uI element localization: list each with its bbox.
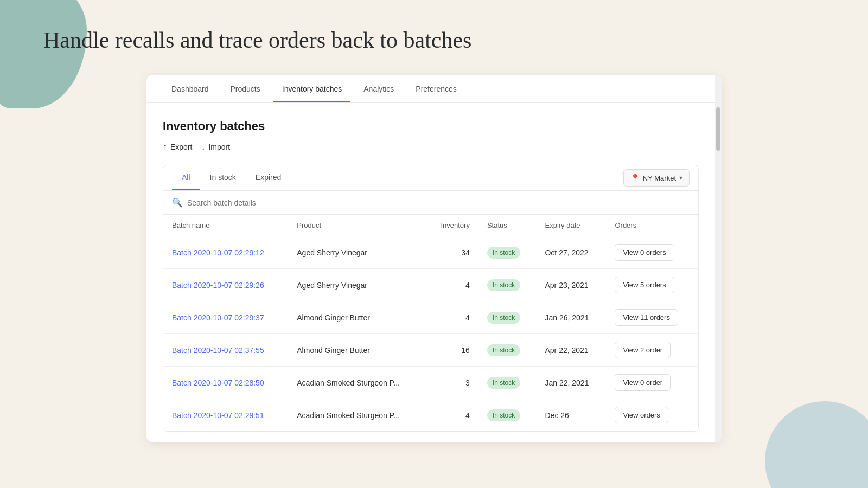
cell-inventory: 3 (425, 367, 478, 399)
status-badge: In stock (487, 344, 520, 356)
cell-expiry: Dec 26 (536, 399, 606, 432)
cell-product: Almond Ginger Butter (288, 334, 425, 367)
batch-link[interactable]: Batch 2020-10-07 02:28:50 (172, 378, 264, 387)
nav-tabs: DashboardProductsInventory batchesAnalyt… (146, 75, 722, 103)
cell-status: In stock (478, 334, 537, 367)
filter-tabs-left: All In stock Expired (172, 165, 291, 190)
location-filter[interactable]: 📍 NY Market ▾ (623, 169, 690, 187)
location-icon: 📍 (630, 174, 640, 182)
cell-product: Aged Sherry Vinegar (288, 236, 425, 269)
cell-inventory: 4 (425, 301, 478, 334)
search-icon: 🔍 (172, 197, 183, 208)
cell-product: Aged Sherry Vinegar (288, 269, 425, 301)
batch-link[interactable]: Batch 2020-10-07 02:29:51 (172, 411, 264, 420)
filter-tabs-row: All In stock Expired 📍 NY Market ▾ (163, 165, 698, 191)
table-header-row: Batch name Product Inventory Status Expi… (163, 215, 698, 236)
cell-orders: View 0 orders (606, 236, 698, 269)
table-row: Batch 2020-10-07 02:28:50 Acadian Smoked… (163, 367, 698, 399)
cell-inventory: 4 (425, 399, 478, 432)
view-orders-button[interactable]: View 0 order (615, 374, 671, 391)
nav-tab-dashboard[interactable]: Dashboard (163, 75, 218, 102)
import-icon: ↓ (201, 142, 205, 152)
nav-tab-preferences[interactable]: Preferences (407, 75, 465, 102)
scrollbar[interactable] (715, 75, 722, 442)
filter-section: All In stock Expired 📍 NY Market ▾ 🔍 (163, 165, 699, 432)
table-row: Batch 2020-10-07 02:29:26 Aged Sherry Vi… (163, 269, 698, 301)
cell-expiry: Jan 22, 2021 (536, 367, 606, 399)
cell-batch-name: Batch 2020-10-07 02:28:50 (163, 367, 288, 399)
cell-expiry: Apr 23, 2021 (536, 269, 606, 301)
view-orders-button[interactable]: View orders (615, 407, 668, 423)
table-row: Batch 2020-10-07 02:37:55 Almond Ginger … (163, 334, 698, 367)
status-badge: In stock (487, 247, 520, 259)
view-orders-button[interactable]: View 11 orders (615, 309, 678, 326)
cell-status: In stock (478, 367, 537, 399)
cell-orders: View 11 orders (606, 301, 698, 334)
table-row: Batch 2020-10-07 02:29:51 Acadian Smoked… (163, 399, 698, 432)
cell-orders: View 0 order (606, 367, 698, 399)
cell-status: In stock (478, 269, 537, 301)
col-header-product: Product (288, 215, 425, 236)
export-label: Export (170, 143, 192, 151)
cell-batch-name: Batch 2020-10-07 02:29:12 (163, 236, 288, 269)
action-buttons: ↑ Export ↓ Import (163, 142, 699, 152)
section-title: Inventory batches (163, 119, 699, 133)
page-heading: Handle recalls and trace orders back to … (43, 27, 825, 53)
cell-orders: View 2 order (606, 334, 698, 367)
col-header-expiry: Expiry date (536, 215, 606, 236)
filter-tab-expired[interactable]: Expired (246, 165, 291, 190)
batch-link[interactable]: Batch 2020-10-07 02:29:26 (172, 281, 264, 290)
cell-inventory: 16 (425, 334, 478, 367)
col-header-orders: Orders (606, 215, 698, 236)
filter-tab-instock[interactable]: In stock (200, 165, 246, 190)
cell-batch-name: Batch 2020-10-07 02:29:37 (163, 301, 288, 334)
export-button[interactable]: ↑ Export (163, 142, 192, 152)
cell-orders: View orders (606, 399, 698, 432)
batch-link[interactable]: Batch 2020-10-07 02:37:55 (172, 346, 264, 355)
status-badge: In stock (487, 279, 520, 291)
status-badge: In stock (487, 377, 520, 389)
cell-batch-name: Batch 2020-10-07 02:37:55 (163, 334, 288, 367)
content-area: Inventory batches ↑ Export ↓ Import All … (146, 103, 722, 442)
col-header-status: Status (478, 215, 537, 236)
cell-product: Almond Ginger Butter (288, 301, 425, 334)
search-input-wrapper: 🔍 (172, 197, 690, 208)
col-header-batch-name: Batch name (163, 215, 288, 236)
search-container: 🔍 (163, 191, 698, 215)
chevron-down-icon: ▾ (679, 174, 682, 182)
cell-status: In stock (478, 301, 537, 334)
main-card: DashboardProductsInventory batchesAnalyt… (146, 75, 722, 442)
nav-tab-inventory-batches[interactable]: Inventory batches (273, 75, 351, 102)
filter-tab-all[interactable]: All (172, 165, 200, 190)
batch-link[interactable]: Batch 2020-10-07 02:29:37 (172, 313, 264, 322)
cell-expiry: Oct 27, 2022 (536, 236, 606, 269)
cell-product: Acadian Smoked Sturgeon P... (288, 367, 425, 399)
cell-inventory: 34 (425, 236, 478, 269)
location-label: NY Market (643, 174, 676, 182)
batch-link[interactable]: Batch 2020-10-07 02:29:12 (172, 248, 264, 257)
nav-tab-products[interactable]: Products (222, 75, 269, 102)
import-label: Import (208, 143, 230, 151)
cell-batch-name: Batch 2020-10-07 02:29:26 (163, 269, 288, 301)
view-orders-button[interactable]: View 5 orders (615, 277, 674, 293)
nav-tab-analytics[interactable]: Analytics (355, 75, 403, 102)
scrollbar-thumb[interactable] (716, 107, 720, 151)
cell-status: In stock (478, 399, 537, 432)
batch-table: Batch name Product Inventory Status Expi… (163, 215, 698, 431)
cell-expiry: Apr 22, 2021 (536, 334, 606, 367)
cell-inventory: 4 (425, 269, 478, 301)
import-button[interactable]: ↓ Import (201, 142, 230, 152)
cell-orders: View 5 orders (606, 269, 698, 301)
table-row: Batch 2020-10-07 02:29:12 Aged Sherry Vi… (163, 236, 698, 269)
col-header-inventory: Inventory (425, 215, 478, 236)
view-orders-button[interactable]: View 2 order (615, 342, 671, 358)
cell-product: Acadian Smoked Sturgeon P... (288, 399, 425, 432)
status-badge: In stock (487, 409, 520, 421)
view-orders-button[interactable]: View 0 orders (615, 244, 674, 261)
search-input[interactable] (187, 198, 690, 207)
cell-expiry: Jan 26, 2021 (536, 301, 606, 334)
cell-batch-name: Batch 2020-10-07 02:29:51 (163, 399, 288, 432)
status-badge: In stock (487, 312, 520, 324)
table-row: Batch 2020-10-07 02:29:37 Almond Ginger … (163, 301, 698, 334)
export-icon: ↑ (163, 142, 167, 152)
